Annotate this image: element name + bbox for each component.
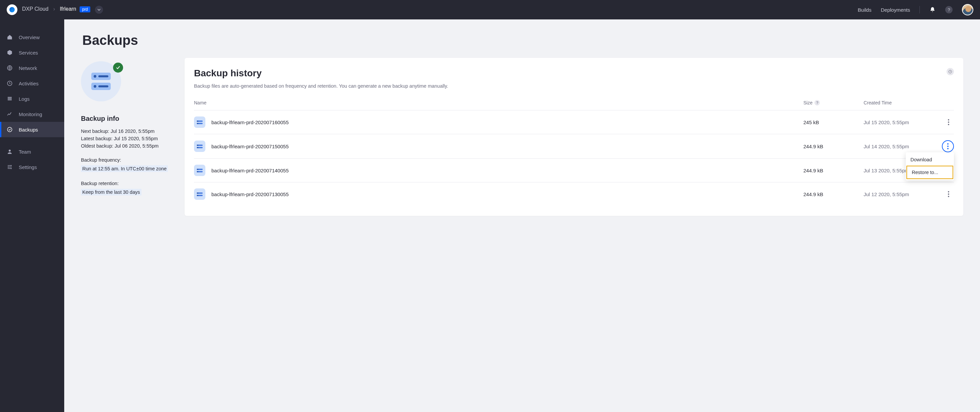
col-size: Size ? — [803, 100, 864, 105]
clock-icon — [948, 70, 952, 73]
sidebar: Overview Services Network Activities Log… — [0, 19, 64, 412]
sidebar-item-label: Settings — [19, 164, 37, 170]
backup-file-icon — [194, 188, 205, 200]
retention-label: Backup retention: — [81, 181, 175, 186]
sidebar-item-overview[interactable]: Overview — [0, 29, 64, 45]
backup-size: 244.9 kB — [803, 144, 864, 149]
crumb-product[interactable]: DXP Cloud — [22, 6, 48, 12]
sidebar-item-label: Team — [19, 149, 31, 155]
row-actions-button[interactable] — [943, 117, 954, 128]
crumb-project[interactable]: lfrlearn — [60, 6, 76, 12]
svg-point-2 — [9, 150, 11, 152]
row-actions-button[interactable] — [943, 189, 954, 200]
backup-created: Jul 15 2020, 5:55pm — [864, 120, 937, 125]
name-cell: backup-lfrlearn-prd-202007160055 — [194, 117, 803, 128]
table-row: backup-lfrlearn-prd-202007130055 244.9 k… — [194, 182, 954, 206]
backup-icon — [7, 126, 13, 133]
restore-action[interactable]: Restore to... — [907, 166, 953, 179]
svg-point-4 — [8, 167, 9, 168]
backup-history-card: Backup history Backup files are auto-gen… — [185, 58, 963, 216]
topbar: DXP Cloud › lfrlearn prd Builds Deployme… — [0, 0, 980, 19]
svg-point-3 — [11, 165, 12, 166]
sidebar-item-label: Logs — [19, 96, 30, 102]
sidebar-item-label: Network — [19, 65, 37, 71]
breadcrumb: DXP Cloud › lfrlearn prd — [7, 4, 103, 15]
backup-created: Jul 12 2020, 5:55pm — [864, 192, 937, 197]
svg-point-5 — [11, 168, 12, 169]
backup-info-panel: Backup info Next backup: Jul 16 2020, 5:… — [81, 58, 175, 195]
col-name: Name — [194, 100, 803, 105]
home-icon — [7, 34, 13, 40]
product-logo[interactable] — [7, 4, 18, 15]
sidebar-item-settings[interactable]: Settings — [0, 159, 64, 175]
divider — [920, 6, 920, 13]
table-row: backup-lfrlearn-prd-202007160055 245 kB … — [194, 110, 954, 134]
backup-file-icon — [194, 141, 205, 152]
backup-status-illustration — [81, 61, 124, 105]
backup-name: backup-lfrlearn-prd-202007150055 — [212, 144, 289, 149]
name-cell: backup-lfrlearn-prd-202007140055 — [194, 164, 803, 176]
svg-point-1 — [7, 127, 12, 132]
page-title: Backups — [82, 33, 963, 48]
frequency-value: Run at 12:55 am. In UTC±00 time zone — [81, 165, 168, 172]
name-cell: backup-lfrlearn-prd-202007150055 — [194, 141, 803, 152]
next-backup-line: Next backup: Jul 16 2020, 5:55pm — [81, 129, 175, 134]
crumb-separator: › — [53, 6, 55, 12]
table-header: Name Size ? Created Time — [194, 97, 954, 110]
history-description: Backup files are auto-generated based on… — [194, 83, 954, 89]
oldest-backup-line: Oldest backup: Jul 06 2020, 5:55pm — [81, 143, 175, 149]
sliders-icon — [7, 164, 13, 170]
sidebar-item-monitoring[interactable]: Monitoring — [0, 107, 64, 122]
download-action[interactable]: Download — [906, 153, 954, 166]
backup-file-icon — [194, 164, 205, 176]
backup-table: Name Size ? Created Time backup-lfrlearn… — [194, 97, 954, 206]
main-content: Backups Backup info Next backup: Jul 16 … — [64, 19, 980, 412]
row-actions-button[interactable] — [942, 140, 954, 152]
backup-name: backup-lfrlearn-prd-202007130055 — [212, 192, 289, 197]
retention-value: Keep from the last 30 days — [81, 189, 142, 195]
cube-icon — [7, 50, 13, 56]
backup-size: 244.9 kB — [803, 192, 864, 197]
sidebar-item-label: Services — [19, 50, 38, 56]
sidebar-item-activities[interactable]: Activities — [0, 76, 64, 91]
latest-backup-line: Latest backup: Jul 15 2020, 5:55pm — [81, 136, 175, 141]
sidebar-item-team[interactable]: Team — [0, 144, 64, 159]
check-icon — [113, 62, 123, 73]
backup-name: backup-lfrlearn-prd-202007140055 — [212, 168, 289, 173]
list-icon — [7, 96, 13, 102]
history-icon — [7, 80, 13, 86]
backup-file-icon — [194, 117, 205, 128]
notifications-button[interactable] — [929, 6, 936, 13]
col-created: Created Time — [864, 100, 937, 105]
sidebar-item-label: Overview — [19, 35, 40, 40]
sidebar-item-services[interactable]: Services — [0, 45, 64, 60]
chevron-down-icon — [97, 9, 101, 11]
backup-name: backup-lfrlearn-prd-202007160055 — [212, 120, 289, 125]
size-help-icon[interactable]: ? — [815, 100, 820, 105]
timezone-button[interactable] — [947, 68, 954, 75]
table-row: backup-lfrlearn-prd-202007140055 244.9 k… — [194, 158, 954, 182]
backup-size: 244.9 kB — [803, 168, 864, 173]
sidebar-item-network[interactable]: Network — [0, 60, 64, 76]
env-badge[interactable]: prd — [80, 6, 90, 13]
env-dropdown-toggle[interactable] — [95, 6, 103, 14]
history-title: Backup history — [194, 68, 262, 79]
chart-icon — [7, 111, 13, 117]
name-cell: backup-lfrlearn-prd-202007130055 — [194, 188, 803, 200]
backup-info-heading: Backup info — [81, 115, 175, 123]
globe-icon — [7, 65, 13, 71]
sidebar-item-backups[interactable]: Backups — [0, 122, 64, 137]
help-button[interactable]: ? — [945, 6, 953, 13]
sidebar-item-label: Monitoring — [19, 112, 42, 117]
sidebar-item-logs[interactable]: Logs — [0, 91, 64, 107]
bell-icon — [929, 7, 935, 13]
frequency-label: Backup frequency: — [81, 157, 175, 163]
nav-deployments[interactable]: Deployments — [881, 7, 910, 13]
table-row: backup-lfrlearn-prd-202007150055 244.9 k… — [194, 134, 954, 158]
sidebar-item-label: Backups — [19, 127, 38, 133]
backup-size: 245 kB — [803, 120, 864, 125]
nav-builds[interactable]: Builds — [858, 7, 872, 13]
row-actions-menu: Download Restore to... — [906, 152, 954, 180]
user-avatar[interactable] — [962, 4, 973, 15]
topbar-right: Builds Deployments ? — [858, 4, 973, 15]
